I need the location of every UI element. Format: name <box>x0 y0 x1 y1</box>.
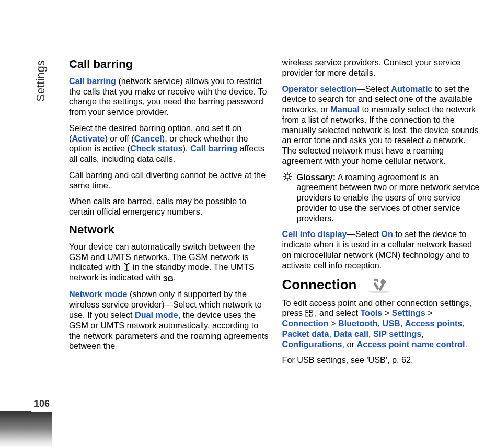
section-label-tab: Settings <box>31 47 50 115</box>
term-operator-selection: Operator selection <box>282 84 357 93</box>
para-providers: wireless service providers. Contact your… <box>282 57 482 78</box>
term-automatic: Automatic <box>391 84 432 93</box>
para-network-switch: Your device can automatically switch bet… <box>69 242 269 284</box>
para-usb-ref: For USB settings, see 'USB', p. 62. <box>282 355 482 366</box>
term-cell-info-display: Cell info display <box>282 229 347 239</box>
term-tools: Tools <box>360 308 382 317</box>
para-network-mode: Network mode (shown only if supported by… <box>69 289 269 351</box>
term-call-barring: Call barring <box>69 76 116 86</box>
heading-call-barring: Call barring <box>69 57 269 72</box>
svg-rect-14 <box>306 314 308 317</box>
term-apn-control: Access point name control <box>357 339 465 349</box>
term-dual-mode: Dual mode <box>135 310 178 320</box>
para-barring-diverting: Call barring and call diverting cannot b… <box>69 170 269 191</box>
term-manual: Manual <box>330 104 360 114</box>
manual-page: Settings 106 Call barring Call barring (… <box>0 0 496 448</box>
right-column: wireless service providers. Contact your… <box>282 57 482 371</box>
sidebar <box>0 0 30 448</box>
svg-rect-12 <box>306 310 308 313</box>
left-column: Call barring Call barring (network servi… <box>69 57 269 371</box>
section-label: Settings <box>34 60 48 102</box>
svg-rect-10 <box>378 283 384 290</box>
term-activate: Activate <box>72 134 105 143</box>
gsm-antenna-icon <box>123 263 131 271</box>
para-call-barring-options: Select the desired barring option, and s… <box>69 123 269 164</box>
heading-network: Network <box>69 223 269 237</box>
para-call-barring-intro: Call barring (network service) allows yo… <box>69 76 269 117</box>
glossary-label: Glossary: <box>297 172 336 182</box>
svg-line-8 <box>289 173 290 174</box>
term-network-mode: Network mode <box>69 289 128 299</box>
term-configurations: Configurations <box>282 339 342 349</box>
para-connection-nav: To edit access point and other connectio… <box>282 298 482 350</box>
glossary-text: Glossary: A roaming agreement is an agre… <box>297 172 482 224</box>
page-number: 106 <box>31 395 52 412</box>
heading-connection: Connection <box>282 277 482 293</box>
svg-rect-13 <box>309 310 312 313</box>
content-columns: Call barring Call barring (network servi… <box>69 57 481 371</box>
page-corner-gradient <box>0 411 52 448</box>
svg-line-6 <box>289 178 290 179</box>
connection-tools-icon <box>363 277 393 293</box>
term-connection: Connection <box>282 319 329 328</box>
menu-key-icon <box>305 310 313 317</box>
term-call-barring-2: Call barring <box>190 144 237 153</box>
para-operator-selection: Operator selection—Select Automatic to s… <box>282 84 482 167</box>
svg-line-5 <box>284 173 285 174</box>
term-usb: USB <box>383 319 400 328</box>
term-on: On <box>381 229 393 239</box>
svg-point-0 <box>285 174 289 178</box>
para-emergency: When calls are barred, calls may be poss… <box>69 196 269 217</box>
term-cancel: Cancel <box>134 134 162 143</box>
svg-line-7 <box>284 178 285 179</box>
svg-point-11 <box>368 290 389 293</box>
term-bluetooth: Bluetooth <box>338 319 378 328</box>
term-packet-data: Packet data <box>282 329 329 338</box>
glossary-block: Glossary: A roaming agreement is an agre… <box>282 172 482 224</box>
3g-icon: 3G <box>163 274 174 284</box>
term-settings: Settings <box>392 308 425 317</box>
svg-rect-9 <box>373 282 378 289</box>
para-cell-info: Cell info display—Select On to set the d… <box>282 229 482 270</box>
term-check-status: Check status <box>130 144 183 153</box>
term-access-points: Access points <box>405 319 463 328</box>
tip-icon <box>283 172 292 224</box>
svg-rect-15 <box>309 314 312 317</box>
term-data-call: Data call <box>333 329 368 338</box>
term-sip-settings: SIP settings <box>373 329 421 338</box>
